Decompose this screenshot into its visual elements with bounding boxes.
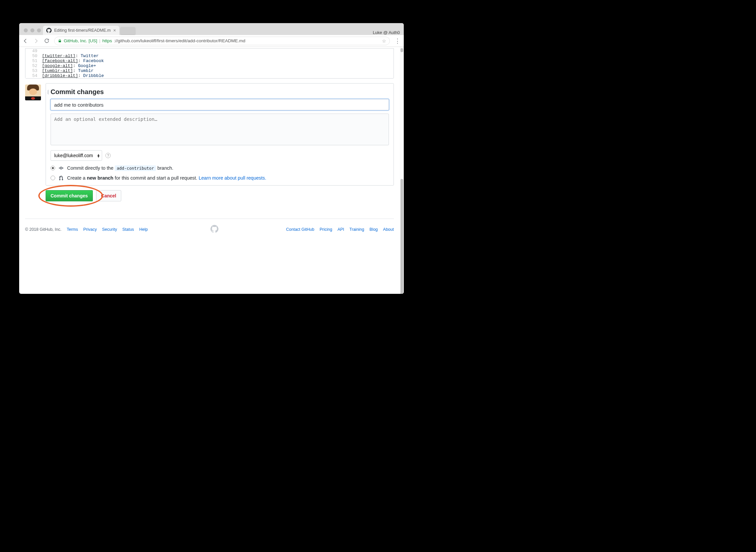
footer-link[interactable]: Privacy [83,227,97,232]
scrollbar-track[interactable] [400,47,404,294]
radio-icon[interactable] [50,166,55,170]
code-line[interactable]: 51[facebook-alt]: Facebook [25,58,394,63]
browser-tab[interactable]: Editing first-timers/README.m × [43,26,119,35]
maximize-window-icon[interactable] [37,28,41,32]
radio-new-branch[interactable]: Create a new branch for this commit and … [50,175,389,180]
url-path: ://github.com/lukeoliff/first-timers/edi… [114,38,245,43]
user-avatar[interactable] [25,85,41,100]
footer-link[interactable]: About [383,227,394,232]
close-window-icon[interactable] [24,28,28,32]
footer-divider [25,219,394,219]
radio-icon[interactable] [50,176,55,180]
code-line[interactable]: 49 [25,48,394,53]
code-text[interactable]: [facebook-alt]: Facebook [41,58,104,63]
line-number: 52 [25,63,41,68]
code-line[interactable]: 53[tumblr-alt]: Tumblr [25,68,394,73]
learn-pr-link[interactable]: Learn more about pull requests. [199,175,266,180]
footer-link[interactable]: Training [350,227,364,232]
github-favicon-icon [46,28,51,33]
line-number: 49 [25,48,41,53]
git-pull-request-icon [59,175,64,180]
page-viewport: 4950[twitter-alt]: Twitter51[facebook-al… [19,47,404,294]
avatar-column [25,83,41,185]
browser-toolbar: GitHub, Inc. [US] | https://github.com/l… [19,35,404,47]
code-line[interactable]: 50[twitter-alt]: Twitter [25,53,394,58]
scrollbar-thumb-editor[interactable] [401,48,403,52]
footer-link[interactable]: Pricing [320,227,332,232]
commit-description-input[interactable] [50,114,389,145]
address-bar[interactable]: GitHub, Inc. [US] | https://github.com/l… [54,37,390,45]
new-tab-button[interactable] [121,27,135,34]
radio-commit-direct[interactable]: Commit directly to the add-contributor b… [50,165,389,171]
code-editor[interactable]: 4950[twitter-alt]: Twitter51[facebook-al… [25,48,394,79]
tab-title: Editing first-timers/README.m [54,28,111,33]
commit-email-select[interactable]: luke@lukeoliff.com [50,150,102,161]
code-text[interactable]: [twitter-alt]: Twitter [41,53,99,58]
code-line[interactable]: 52[google-alt]: Google+ [25,63,394,68]
footer-copyright: © 2018 GitHub, Inc. [25,227,62,232]
url-org: GitHub, Inc. [US] [64,38,97,43]
code-text[interactable]: [dribbble-alt]: Dribbble [41,73,104,78]
code-text[interactable]: [google-alt]: Google+ [41,63,96,68]
line-number: 50 [25,53,41,58]
browser-window: Editing first-timers/README.m × Luke @ A… [19,23,404,294]
forward-icon [33,38,39,44]
footer-link[interactable]: Terms [67,227,78,232]
line-number: 53 [25,68,41,73]
commit-changes-button[interactable]: Commit changes [45,190,93,201]
browser-profile[interactable]: Luke @ Auth0 [373,27,404,35]
window-controls[interactable] [22,28,43,35]
commit-summary-input[interactable] [50,99,389,110]
minimize-window-icon[interactable] [30,28,34,32]
commit-form: Commit changes luke@lukeoliff.com ▴▾ ? [45,83,394,185]
tab-strip: Editing first-timers/README.m × Luke @ A… [19,23,404,35]
commit-heading: Commit changes [50,88,389,96]
github-logo-icon[interactable] [210,225,218,233]
reload-icon[interactable] [43,38,49,44]
code-line[interactable]: 54[dribbble-alt]: Dribbble [25,73,394,78]
code-text[interactable] [41,48,42,53]
back-icon[interactable] [22,38,28,44]
line-number: 51 [25,58,41,63]
page-footer: © 2018 GitHub, Inc. TermsPrivacySecurity… [25,225,394,245]
code-text[interactable]: [tumblr-alt]: Tumblr [41,68,94,73]
footer-link[interactable]: Help [139,227,148,232]
scrollbar-thumb-page[interactable] [401,179,403,294]
footer-link[interactable]: Contact GitHub [286,227,314,232]
bookmark-star-icon[interactable]: ☆ [382,38,386,43]
footer-link[interactable]: Security [102,227,117,232]
tab-close-icon[interactable]: × [113,28,116,33]
footer-link[interactable]: API [337,227,344,232]
git-commit-icon [59,165,64,171]
lock-icon [58,39,62,43]
help-icon[interactable]: ? [105,153,111,158]
line-number: 54 [25,73,41,78]
footer-link[interactable]: Status [122,227,134,232]
url-scheme: https [102,38,112,43]
browser-menu-icon[interactable]: ⋮ [395,40,401,42]
cancel-button[interactable]: Cancel [96,190,121,201]
branch-name-code: add-contributor [115,165,156,171]
footer-link[interactable]: Blog [369,227,378,232]
